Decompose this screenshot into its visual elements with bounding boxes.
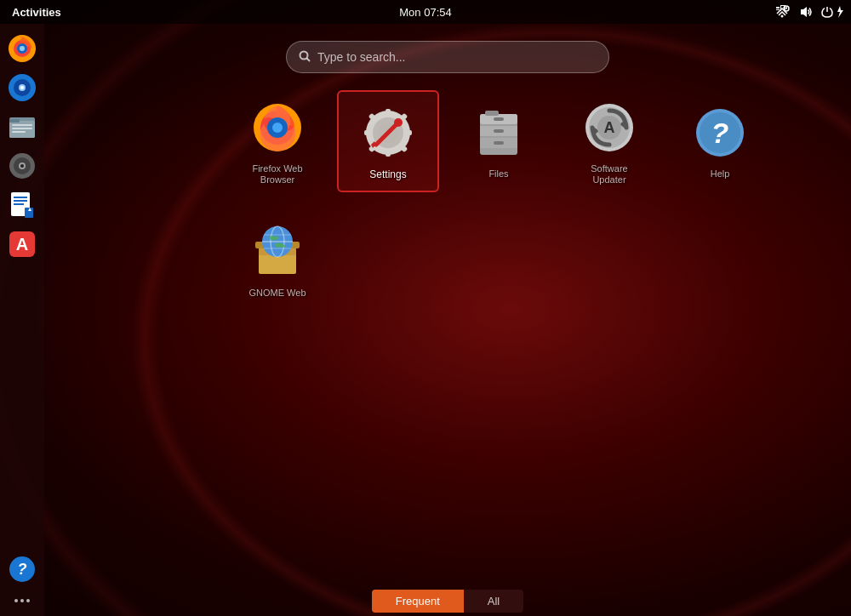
svg-rect-63: [494, 117, 504, 121]
svg-rect-21: [12, 124, 32, 126]
search-icon: [299, 50, 311, 65]
search-placeholder: Type to search...: [317, 50, 406, 64]
app-grid: Firefox WebBrowser: [124, 90, 771, 311]
svg-rect-49: [364, 130, 371, 135]
svg-text:A: A: [604, 119, 615, 136]
bottom-tabs: Frequent All: [44, 585, 851, 616]
svg-rect-22: [12, 128, 32, 129]
svg-text:?: ?: [711, 117, 729, 149]
tab-frequent[interactable]: Frequent: [372, 590, 464, 613]
files-label: Files: [488, 168, 508, 180]
search-bar-container: Type to search...: [286, 41, 609, 73]
svg-rect-48: [386, 150, 391, 157]
svg-rect-64: [494, 129, 504, 133]
sidebar: A ?: [0, 24, 44, 616]
svg-rect-47: [386, 109, 391, 116]
sidebar-item-help[interactable]: ?: [4, 551, 40, 587]
help-icon: ?: [693, 106, 747, 160]
app-item-files[interactable]: Files: [448, 90, 550, 192]
sidebar-item-disk[interactable]: [4, 148, 40, 184]
svg-rect-32: [14, 203, 24, 205]
tab-all[interactable]: All: [464, 590, 523, 613]
svg-rect-66: [485, 111, 499, 116]
svg-point-39: [300, 51, 308, 59]
svg-rect-23: [12, 131, 26, 133]
help-label: Help: [711, 168, 730, 180]
sidebar-item-appstore[interactable]: A: [4, 226, 40, 262]
main-content: Type to search... Firefox WebBrowse: [44, 24, 851, 616]
globe-icon: [250, 225, 305, 279]
topbar: Activities Mon 07:54: [0, 0, 851, 24]
firefox-icon-wrapper: [247, 97, 308, 158]
svg-rect-30: [14, 197, 27, 198]
svg-rect-7: [786, 7, 787, 9]
files-icon-wrapper: [468, 102, 529, 163]
files-icon: [473, 107, 524, 158]
activities-button[interactable]: Activities: [7, 0, 66, 24]
sidebar-item-rhythmbox[interactable]: [4, 70, 40, 106]
svg-rect-0: [776, 7, 780, 9]
app-item-help[interactable]: ? Help: [669, 90, 771, 192]
settings-icon: [361, 106, 415, 160]
help-icon-wrapper: ?: [689, 102, 751, 163]
svg-point-17: [20, 86, 24, 89]
app-item-globe[interactable]: GNOME Web: [226, 209, 328, 311]
app-item-settings[interactable]: Settings: [337, 90, 439, 192]
globe-label: GNOME Web: [248, 288, 306, 299]
app-item-updater[interactable]: A SoftwareUpdater: [558, 90, 660, 192]
settings-label: Settings: [369, 168, 406, 180]
svg-rect-50: [405, 130, 412, 135]
svg-line-40: [307, 58, 311, 61]
svg-rect-1: [776, 9, 780, 10]
svg-rect-20: [9, 119, 20, 123]
topbar-right: [776, 5, 844, 19]
svg-point-57: [394, 118, 403, 127]
search-bar[interactable]: Type to search...: [286, 41, 609, 73]
volume-icon[interactable]: [798, 5, 812, 19]
network-icon[interactable]: [776, 5, 790, 19]
firefox-label: Firefox WebBrowser: [252, 163, 302, 185]
svg-point-8: [781, 15, 784, 18]
sidebar-item-firefox[interactable]: [4, 31, 40, 66]
svg-marker-9: [801, 7, 807, 17]
settings-icon-wrapper: [357, 102, 419, 163]
svg-point-27: [20, 164, 24, 168]
firefox-icon: [250, 100, 305, 155]
svg-rect-31: [14, 200, 27, 202]
app-row-2: GNOME Web: [226, 209, 328, 311]
app-row-1: Firefox WebBrowser: [226, 90, 771, 192]
svg-point-44: [272, 123, 283, 133]
globe-icon-wrapper: [247, 221, 308, 282]
sidebar-item-files[interactable]: [4, 109, 40, 145]
svg-text:?: ?: [18, 561, 27, 578]
clock: Mon 07:54: [399, 6, 451, 19]
updater-label: SoftwareUpdater: [591, 163, 627, 185]
updater-icon-wrapper: A: [579, 97, 640, 158]
svg-rect-33: [25, 208, 33, 218]
svg-text:A: A: [16, 235, 28, 254]
power-icon[interactable]: [820, 5, 844, 19]
app-item-firefox[interactable]: Firefox WebBrowser: [226, 90, 328, 192]
sidebar-item-writer[interactable]: [4, 187, 40, 223]
sidebar-more-button[interactable]: [4, 590, 40, 611]
svg-point-13: [20, 46, 25, 51]
updater-icon: A: [582, 100, 637, 155]
svg-rect-65: [494, 141, 504, 145]
